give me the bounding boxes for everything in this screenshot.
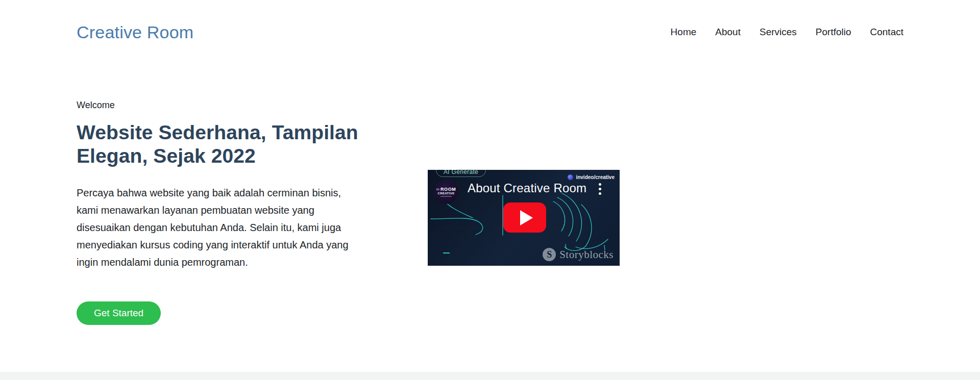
site-logo[interactable]: Creative Room [77, 22, 193, 42]
next-section-edge [0, 372, 980, 380]
invideo-badge: invideo/creative [568, 174, 615, 180]
kebab-dot [599, 192, 601, 195]
hero-section: Welcome Website Sederhana, Tampilan Eleg… [77, 100, 360, 325]
page-title: Website Sederhana, Tampilan Elegan, Seja… [77, 121, 360, 168]
main-nav: Home About Services Portfolio Contact [671, 27, 903, 38]
channel-avatar: ∞ ROOM CREATIVE [434, 180, 458, 204]
hero-description: Percaya bahwa website yang baik adalah c… [77, 184, 360, 271]
nav-item-services[interactable]: Services [760, 27, 797, 38]
youtube-video-embed[interactable]: AI Generate ∞ ROOM CREATIVE About Creati… [428, 170, 620, 266]
invideo-planet-icon [568, 174, 573, 180]
storyblocks-watermark: S Storyblocks [543, 248, 614, 261]
welcome-label: Welcome [77, 100, 360, 111]
nav-item-home[interactable]: Home [671, 27, 697, 38]
storyblocks-label: Storyblocks [559, 248, 614, 261]
infinity-logo-icon: ∞ [436, 187, 439, 192]
get-started-button[interactable]: Get Started [77, 301, 161, 325]
channel-logo-text: ROOM [440, 187, 456, 192]
kebab-dot [599, 188, 601, 190]
more-options-icon[interactable] [599, 183, 601, 195]
teal-dash-decoration [443, 252, 450, 254]
kebab-dot [599, 183, 601, 186]
storyblocks-logo-icon: S [543, 248, 556, 261]
play-icon [520, 210, 533, 225]
nav-item-about[interactable]: About [715, 27, 741, 38]
nav-item-contact[interactable]: Contact [870, 27, 903, 38]
nav-item-portfolio[interactable]: Portfolio [816, 27, 851, 38]
channel-logo-subline [440, 196, 452, 197]
channel-logo-text-top: CREATIVE [437, 192, 454, 195]
channel-logo: ∞ ROOM [436, 187, 456, 192]
header: Creative Room Home About Services Portfo… [0, 0, 980, 64]
youtube-play-button[interactable] [503, 202, 546, 233]
ai-generate-button: AI Generate [436, 170, 486, 177]
invideo-badge-label: invideo/creative [576, 174, 615, 180]
video-title: About Creative Room [468, 181, 586, 195]
